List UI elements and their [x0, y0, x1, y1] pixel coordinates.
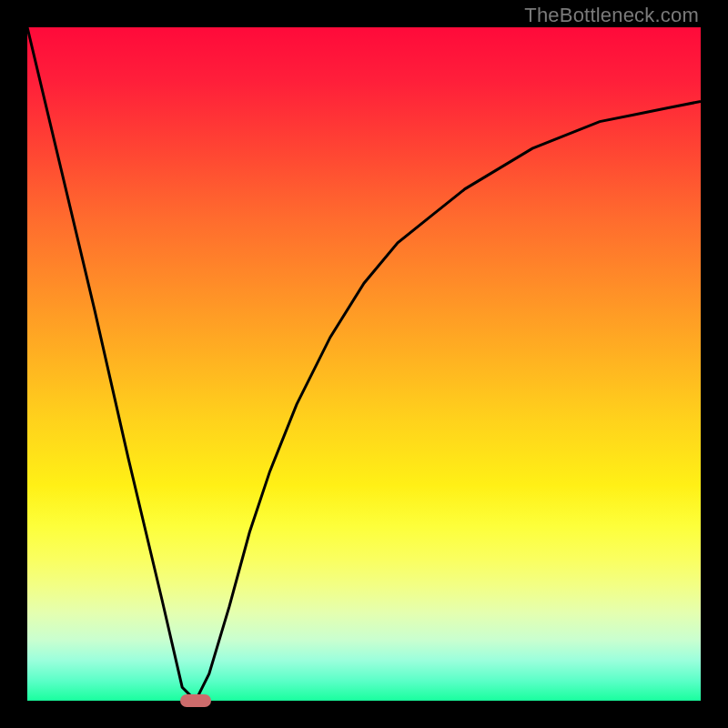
chart-frame: TheBottleneck.com — [0, 0, 728, 728]
plot-area — [27, 27, 701, 701]
bottleneck-curve — [27, 27, 701, 701]
curve-path — [27, 27, 701, 701]
watermark-text: TheBottleneck.com — [524, 4, 699, 27]
optimal-marker — [180, 694, 211, 707]
